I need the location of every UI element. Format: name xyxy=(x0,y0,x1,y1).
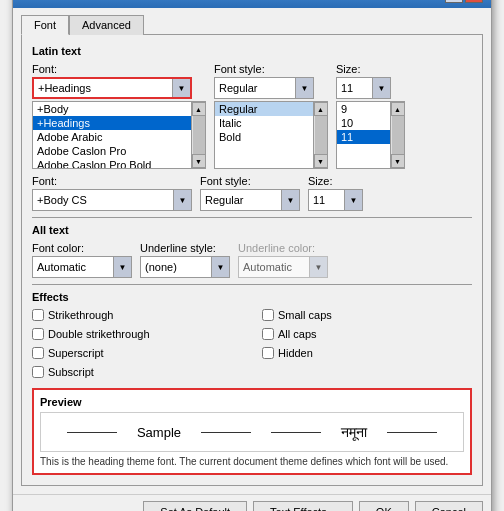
latin-font-row: Font: +Headings ▼ +Body +Headings Adobe … xyxy=(32,63,472,169)
preview-box: Preview Sample नमूना This is the heading… xyxy=(32,388,472,475)
tab-font[interactable]: Font xyxy=(21,15,69,35)
list-item[interactable]: 9 xyxy=(337,102,390,116)
cancel-button[interactable]: Cancel xyxy=(415,501,483,511)
list-item[interactable]: Adobe Caslon Pro Bold xyxy=(33,158,191,169)
font-style-dropdown[interactable]: Regular ▼ xyxy=(214,77,314,99)
scroll-thumb[interactable] xyxy=(392,116,404,154)
latin-text-label: Latin text xyxy=(32,45,472,57)
double-strikethrough-checkbox[interactable] xyxy=(32,328,44,340)
all-caps-row: All caps xyxy=(262,328,472,340)
cs-style-label: Font style: xyxy=(200,175,300,187)
font-list-container: +Body +Headings Adobe Arabic Adobe Caslo… xyxy=(32,101,206,169)
cs-size-arrow[interactable]: ▼ xyxy=(344,190,362,210)
cs-size-dropdown[interactable]: 11 ▼ xyxy=(308,189,363,211)
underline-color-dropdown[interactable]: Automatic ▼ xyxy=(238,256,328,278)
list-item[interactable]: Bold xyxy=(215,130,313,144)
list-item[interactable]: +Body xyxy=(33,102,191,116)
scroll-down[interactable]: ▼ xyxy=(314,154,328,168)
tab-advanced[interactable]: Advanced xyxy=(69,15,144,35)
font-style-list-container: Regular Italic Bold ▲ ▼ xyxy=(214,101,328,169)
cs-font-dropdown[interactable]: +Body CS ▼ xyxy=(32,189,192,211)
font-color-dropdown[interactable]: Automatic ▼ xyxy=(32,256,132,278)
font-list-scrollbar[interactable]: ▲ ▼ xyxy=(192,101,206,169)
close-button[interactable]: ✕ xyxy=(465,0,483,3)
scroll-up[interactable]: ▲ xyxy=(192,102,206,116)
font-dropdown[interactable]: +Headings ▼ xyxy=(32,77,192,99)
size-dropdown[interactable]: 11 ▼ xyxy=(336,77,391,99)
strikethrough-checkbox[interactable] xyxy=(32,309,44,321)
preview-label: Preview xyxy=(40,396,464,408)
cs-size-label: Size: xyxy=(308,175,363,187)
set-default-button[interactable]: Set As Default xyxy=(143,501,247,511)
size-listbox[interactable]: 9 10 11 xyxy=(336,101,391,169)
list-item[interactable]: +Headings xyxy=(33,116,191,130)
font-dropdown-arrow[interactable]: ▼ xyxy=(172,79,190,97)
list-item[interactable]: Regular xyxy=(215,102,313,116)
scroll-up[interactable]: ▲ xyxy=(314,102,328,116)
preview-line-2 xyxy=(201,432,251,433)
superscript-checkbox[interactable] xyxy=(32,347,44,359)
font-color-label: Font color: xyxy=(32,242,132,254)
all-caps-label: All caps xyxy=(278,328,317,340)
scroll-thumb[interactable] xyxy=(193,116,205,154)
cs-font-value: +Body CS xyxy=(33,192,173,208)
small-caps-checkbox[interactable] xyxy=(262,309,274,321)
tab-bar: Font Advanced xyxy=(13,8,491,34)
all-text-label: All text xyxy=(32,224,472,236)
small-caps-row: Small caps xyxy=(262,309,472,321)
size-value: 11 xyxy=(337,80,372,96)
list-item[interactable]: 11 xyxy=(337,130,390,144)
effects-label: Effects xyxy=(32,291,472,303)
underline-color-group: Underline color: Automatic ▼ xyxy=(238,242,328,278)
underline-color-value: Automatic xyxy=(239,259,309,275)
cs-font-field-group: Font: +Body CS ▼ xyxy=(32,175,192,211)
list-item[interactable]: Italic xyxy=(215,116,313,130)
font-label: Font: xyxy=(32,63,206,75)
hidden-label: Hidden xyxy=(278,347,313,359)
cs-style-arrow[interactable]: ▼ xyxy=(281,190,299,210)
divider-1 xyxy=(32,217,472,218)
strikethrough-row: Strikethrough xyxy=(32,309,242,321)
hidden-checkbox[interactable] xyxy=(262,347,274,359)
size-label: Size: xyxy=(336,63,405,75)
all-caps-checkbox[interactable] xyxy=(262,328,274,340)
effects-grid: Strikethrough Small caps Double striketh… xyxy=(32,309,472,382)
help-button[interactable]: ? xyxy=(445,0,463,3)
font-color-arrow[interactable]: ▼ xyxy=(113,257,131,277)
font-listbox[interactable]: +Body +Headings Adobe Arabic Adobe Caslo… xyxy=(32,101,192,169)
dialog-title: Font xyxy=(21,0,47,2)
preview-line-4 xyxy=(387,432,437,433)
dialog-content: Latin text Font: +Headings ▼ +Body +Head… xyxy=(21,34,483,486)
double-strikethrough-label: Double strikethrough xyxy=(48,328,150,340)
list-item[interactable]: Adobe Arabic xyxy=(33,130,191,144)
text-effects-button[interactable]: Text Effects... xyxy=(253,501,353,511)
all-text-row: Font color: Automatic ▼ Underline style:… xyxy=(32,242,472,278)
scroll-thumb[interactable] xyxy=(315,116,327,154)
cs-style-dropdown[interactable]: Regular ▼ xyxy=(200,189,300,211)
complex-scripts-row: Font: +Body CS ▼ Font style: Regular ▼ S… xyxy=(32,175,472,211)
underline-color-arrow[interactable]: ▼ xyxy=(309,257,327,277)
subscript-checkbox[interactable] xyxy=(32,366,44,378)
font-style-scrollbar[interactable]: ▲ ▼ xyxy=(314,101,328,169)
font-dialog: Font ? ✕ Font Advanced Latin text Font: … xyxy=(12,0,492,511)
underline-style-dropdown[interactable]: (none) ▼ xyxy=(140,256,230,278)
scroll-down[interactable]: ▼ xyxy=(192,154,206,168)
font-style-listbox[interactable]: Regular Italic Bold xyxy=(214,101,314,169)
preview-sample-text: Sample xyxy=(137,425,181,440)
scroll-up[interactable]: ▲ xyxy=(391,102,405,116)
scroll-down[interactable]: ▼ xyxy=(391,154,405,168)
underline-style-value: (none) xyxy=(141,259,211,275)
size-arrow[interactable]: ▼ xyxy=(372,78,390,98)
font-style-value: Regular xyxy=(215,80,295,96)
size-list-container: 9 10 11 ▲ ▼ xyxy=(336,101,405,169)
ok-button[interactable]: OK xyxy=(359,501,409,511)
cs-style-value: Regular xyxy=(201,192,281,208)
underline-style-arrow[interactable]: ▼ xyxy=(211,257,229,277)
preview-line-1 xyxy=(67,432,117,433)
list-item[interactable]: Adobe Caslon Pro xyxy=(33,144,191,158)
cs-font-arrow[interactable]: ▼ xyxy=(173,190,191,210)
size-scrollbar[interactable]: ▲ ▼ xyxy=(391,101,405,169)
font-style-arrow[interactable]: ▼ xyxy=(295,78,313,98)
font-style-label: Font style: xyxy=(214,63,328,75)
list-item[interactable]: 10 xyxy=(337,116,390,130)
